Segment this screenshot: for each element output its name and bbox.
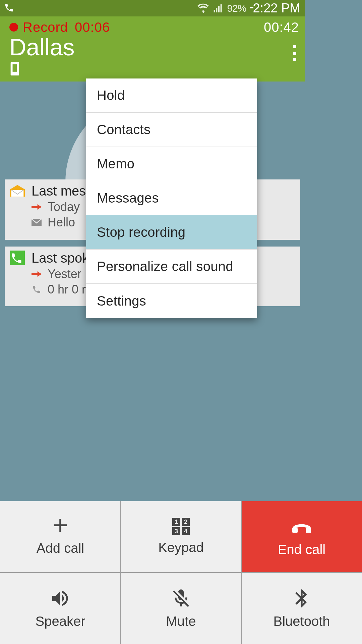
battery-pct: 92% bbox=[227, 3, 246, 14]
more-options-button[interactable] bbox=[293, 45, 296, 61]
mail-closed-icon bbox=[32, 217, 42, 227]
menu-item-personalize-call-sound[interactable]: Personalize call sound bbox=[86, 250, 257, 284]
svg-rect-2 bbox=[12, 63, 17, 72]
menu-item-contacts[interactable]: Contacts bbox=[86, 113, 257, 147]
phone-small-icon bbox=[32, 284, 42, 294]
svg-rect-7 bbox=[10, 251, 25, 265]
device-type-icon bbox=[9, 62, 75, 77]
status-time: 2:22 PM bbox=[253, 1, 300, 15]
signal-icon bbox=[213, 3, 224, 13]
status-bar: 92% 2:22 PM bbox=[0, 0, 305, 16]
options-menu: HoldContactsMemoMessagesStop recordingPe… bbox=[86, 78, 257, 318]
last-spoke-date: Yester bbox=[48, 267, 81, 281]
phone-square-icon bbox=[10, 251, 25, 265]
menu-item-hold[interactable]: Hold bbox=[86, 78, 257, 113]
call-duration: 00:42 bbox=[264, 20, 299, 35]
menu-item-messages[interactable]: Messages bbox=[86, 181, 257, 215]
record-time: 00:06 bbox=[75, 20, 110, 35]
recording-indicator: Record 00:06 bbox=[9, 20, 110, 35]
record-label: Record bbox=[23, 20, 68, 35]
arrow-right-icon bbox=[32, 202, 42, 212]
last-spoke-title: Last spok bbox=[32, 251, 89, 266]
battery-indicator: 92% bbox=[227, 3, 248, 14]
arrow-right-icon bbox=[32, 269, 42, 279]
last-message-title: Last mes bbox=[32, 183, 86, 199]
last-message-preview: Hello bbox=[48, 215, 75, 229]
menu-item-settings[interactable]: Settings bbox=[86, 284, 257, 318]
last-spoke-duration: 0 hr 0 m bbox=[48, 282, 92, 297]
menu-item-stop-recording[interactable]: Stop recording bbox=[86, 215, 257, 250]
record-dot-icon bbox=[9, 23, 18, 32]
svg-rect-0 bbox=[203, 10, 203, 13]
last-message-date: Today bbox=[48, 200, 80, 214]
active-call-icon bbox=[4, 3, 14, 14]
call-header: Record 00:06 00:42 Dallas bbox=[0, 16, 305, 82]
svg-rect-3 bbox=[13, 73, 16, 74]
wifi-icon bbox=[197, 3, 209, 13]
contact-name: Dallas bbox=[9, 35, 75, 60]
mail-open-icon bbox=[10, 183, 25, 198]
menu-item-memo[interactable]: Memo bbox=[86, 147, 257, 181]
